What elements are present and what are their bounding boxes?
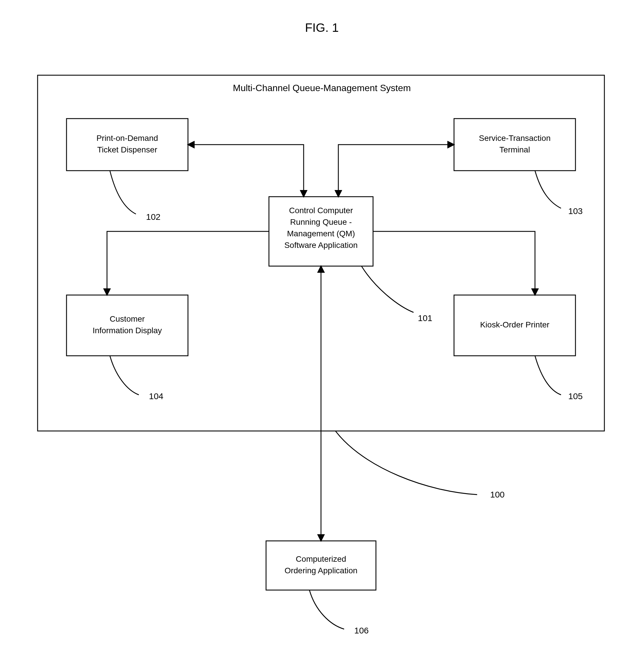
connector-control-terminal (338, 145, 454, 197)
box-ordering: Computerized Ordering Application (266, 541, 376, 590)
leader-106 (310, 590, 344, 629)
svg-rect-1 (454, 118, 576, 170)
diagram-canvas: FIG. 1 Multi-Channel Queue-Management Sy… (0, 0, 644, 667)
box-control-line4: Software Application (284, 241, 358, 250)
box-ordering-line1: Computerized (296, 554, 346, 564)
connector-control-display (107, 231, 269, 295)
box-dispenser: Print-on-Demand Ticket Dispenser (67, 118, 188, 170)
ref-101: 101 (418, 313, 432, 323)
leader-101 (362, 266, 414, 312)
svg-rect-3 (67, 295, 188, 356)
box-printer-line1: Kiosk-Order Printer (480, 320, 549, 329)
box-printer: Kiosk-Order Printer (454, 295, 576, 356)
box-terminal: Service-Transaction Terminal (454, 118, 576, 170)
box-dispenser-line2: Ticket Dispenser (97, 145, 157, 154)
ref-100: 100 (490, 490, 505, 499)
figure-label: FIG. 1 (305, 21, 339, 34)
leader-104 (110, 356, 139, 395)
leader-100 (335, 431, 477, 494)
box-display-line1: Customer (110, 314, 145, 323)
box-terminal-line1: Service-Transaction (479, 134, 550, 143)
connector-control-dispenser (188, 145, 304, 197)
box-control-line1: Control Computer (289, 206, 353, 215)
ref-106: 106 (354, 625, 369, 635)
box-display-line2: Information Display (93, 326, 162, 335)
leader-105 (535, 356, 561, 395)
ref-102: 102 (146, 212, 161, 222)
svg-rect-0 (67, 118, 188, 170)
box-control-line3: Management (QM) (287, 229, 355, 238)
connector-control-printer (373, 231, 535, 295)
system-title: Multi-Channel Queue-Management System (233, 83, 411, 93)
box-display: Customer Information Display (67, 295, 188, 356)
ref-103: 103 (568, 206, 583, 216)
leader-102 (110, 170, 136, 214)
box-dispenser-line1: Print-on-Demand (96, 134, 158, 143)
ref-104: 104 (149, 391, 163, 401)
svg-rect-5 (266, 541, 376, 590)
ref-105: 105 (568, 391, 583, 401)
box-control-line2: Running Queue - (290, 217, 352, 227)
box-ordering-line2: Ordering Application (284, 566, 358, 575)
box-control: Control Computer Running Queue - Managem… (269, 197, 373, 266)
leader-103 (535, 170, 561, 208)
box-terminal-line2: Terminal (499, 145, 530, 154)
